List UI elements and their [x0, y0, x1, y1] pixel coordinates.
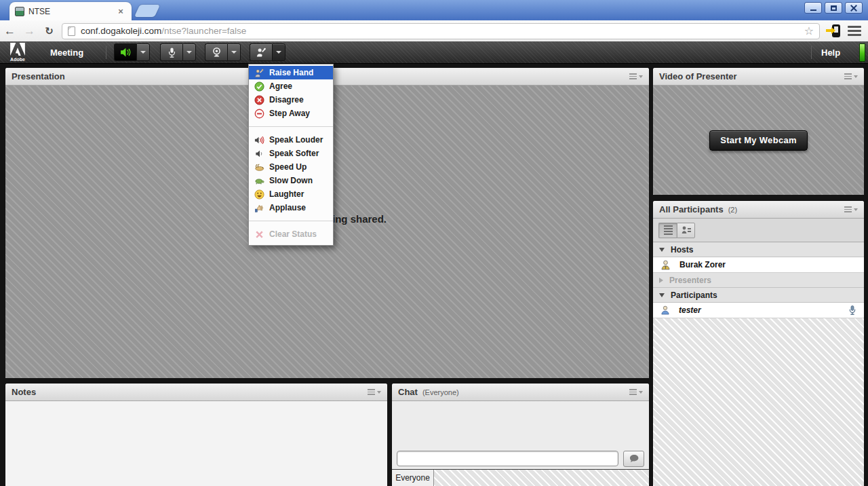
- new-tab-button[interactable]: [134, 5, 160, 17]
- microphone-button[interactable]: [160, 43, 182, 61]
- tab-title: NTSE: [28, 7, 115, 16]
- browser-tab[interactable]: NTSE ×: [9, 2, 132, 20]
- chat-pod: Chat (Everyone) Everyone: [392, 384, 649, 486]
- browser-menu-icon[interactable]: [848, 26, 861, 36]
- reload-button[interactable]: ↻: [39, 25, 59, 37]
- card-view-button[interactable]: [677, 223, 695, 238]
- menu-item-label: Speak Softer: [269, 149, 319, 158]
- meeting-menubar: Adobe Meeting: [0, 41, 868, 64]
- menu-item-slow-down[interactable]: Slow Down: [249, 174, 333, 187]
- menu-item-label: Step Away: [269, 109, 310, 118]
- group-label: Participants: [671, 291, 717, 300]
- chat-tab-everyone[interactable]: Everyone: [392, 470, 434, 486]
- close-button[interactable]: [845, 2, 863, 14]
- adobe-logo-text: Adobe: [6, 57, 29, 62]
- presenters-group-header[interactable]: Presenters: [653, 273, 864, 288]
- hosts-group-header[interactable]: Hosts: [653, 242, 864, 257]
- participant-row-host[interactable]: Burak Zorer: [653, 257, 864, 273]
- webcam-dropdown-button[interactable]: [227, 43, 241, 61]
- browser-toolbar: ← → ↻ conf.dogakoleji.com /ntse?launcher…: [0, 20, 868, 41]
- adobe-logo-icon: [10, 43, 25, 56]
- minimize-button[interactable]: [804, 2, 822, 14]
- speed-up-rabbit-icon: [254, 162, 264, 172]
- menu-item-label: Applause: [269, 203, 306, 212]
- applause-icon: [254, 202, 264, 213]
- caret-down-icon: [276, 51, 281, 54]
- chat-messages: [392, 401, 649, 448]
- list-view-button[interactable]: [658, 223, 677, 238]
- raise-hand-icon: [256, 47, 267, 58]
- menu-item-applause[interactable]: Applause: [249, 201, 333, 214]
- chat-pod-header: Chat (Everyone): [392, 384, 649, 401]
- pod-menu-icon[interactable]: [844, 206, 858, 212]
- participant-name: Burak Zorer: [679, 260, 726, 269]
- status-dropdown-button[interactable]: [272, 43, 285, 61]
- speaker-icon: [120, 47, 132, 58]
- menu-item-step-away[interactable]: Step Away: [249, 107, 333, 120]
- menu-item-speak-softer[interactable]: Speak Softer: [249, 147, 333, 160]
- pod-menu-icon[interactable]: [629, 389, 643, 395]
- forward-button[interactable]: →: [20, 24, 39, 38]
- participant-name: tester: [679, 305, 701, 315]
- pod-menu-icon[interactable]: [629, 73, 643, 79]
- participants-group-header[interactable]: Participants: [653, 288, 864, 303]
- webcam-button[interactable]: [205, 43, 227, 61]
- connection-meter-icon: [859, 43, 865, 62]
- restore-button[interactable]: [825, 2, 842, 14]
- pod-title: Video of Presenter: [659, 71, 737, 81]
- microphone-dropdown-button[interactable]: [182, 43, 196, 61]
- chat-bubble-icon: [629, 454, 639, 463]
- collapse-arrow-icon: [659, 248, 665, 252]
- pod-menu-icon[interactable]: [844, 73, 858, 79]
- participants-toolbar: [653, 219, 864, 242]
- notes-content[interactable]: [5, 401, 387, 486]
- menu-item-raise-hand[interactable]: Raise Hand: [249, 66, 333, 79]
- caret-down-icon: [140, 51, 146, 54]
- speaker-dropdown-button[interactable]: [136, 43, 150, 61]
- menu-item-speed-up[interactable]: Speed Up: [249, 160, 333, 174]
- menu-item-label: Raise Hand: [269, 68, 313, 77]
- participants-pod-header: All Participants (2): [653, 201, 864, 219]
- participant-avatar-icon: [660, 305, 671, 316]
- chat-send-button[interactable]: [623, 451, 644, 467]
- phone-arrow-icon: [826, 29, 831, 32]
- participants-empty-area: [653, 318, 864, 486]
- menu-item-clear-status: Clear Status: [249, 227, 333, 241]
- bookmark-star-icon[interactable]: ☆: [804, 26, 814, 37]
- step-away-icon: [254, 108, 264, 119]
- page-icon: [68, 26, 75, 36]
- video-stage: Start My Webcam: [653, 86, 864, 195]
- browser-titlebar: NTSE ×: [0, 0, 868, 20]
- meeting-menu[interactable]: Meeting: [50, 41, 83, 64]
- pod-title: Presentation: [12, 71, 65, 81]
- participant-row-member[interactable]: tester: [653, 303, 864, 318]
- chat-tab-fill: [434, 470, 649, 486]
- menu-item-speak-louder[interactable]: Speak Louder: [249, 133, 333, 147]
- host-avatar-icon: [660, 259, 671, 271]
- menu-item-laughter[interactable]: Laughter: [249, 187, 333, 201]
- phone-extension-icon[interactable]: [827, 24, 842, 39]
- menu-item-label: Agree: [269, 81, 292, 91]
- restore-icon: [831, 5, 837, 11]
- collapse-arrow-icon: [659, 293, 665, 297]
- url-bar[interactable]: conf.dogakoleji.com /ntse?launcher=false…: [62, 23, 820, 39]
- divider: [811, 46, 812, 59]
- group-label: Hosts: [671, 245, 693, 255]
- pod-menu-icon[interactable]: [368, 389, 381, 395]
- chat-input[interactable]: [397, 451, 618, 466]
- speaker-button[interactable]: [114, 43, 136, 61]
- status-button[interactable]: [250, 43, 272, 61]
- disagree-icon: [254, 94, 264, 105]
- video-pod: Video of Presenter Start My Webcam: [653, 68, 864, 195]
- chat-tab-bar: Everyone: [392, 469, 649, 486]
- tab-close-icon[interactable]: ×: [115, 6, 126, 17]
- help-menu[interactable]: Help: [821, 41, 840, 64]
- back-button[interactable]: ←: [0, 24, 20, 38]
- start-webcam-button[interactable]: Start My Webcam: [709, 130, 808, 151]
- microphone-icon: [167, 47, 177, 58]
- menu-separator: [249, 221, 333, 221]
- menu-item-disagree[interactable]: Disagree: [249, 93, 333, 107]
- menu-item-agree[interactable]: Agree: [249, 79, 333, 93]
- speak-louder-icon: [254, 134, 264, 145]
- menu-item-label: Slow Down: [269, 176, 313, 185]
